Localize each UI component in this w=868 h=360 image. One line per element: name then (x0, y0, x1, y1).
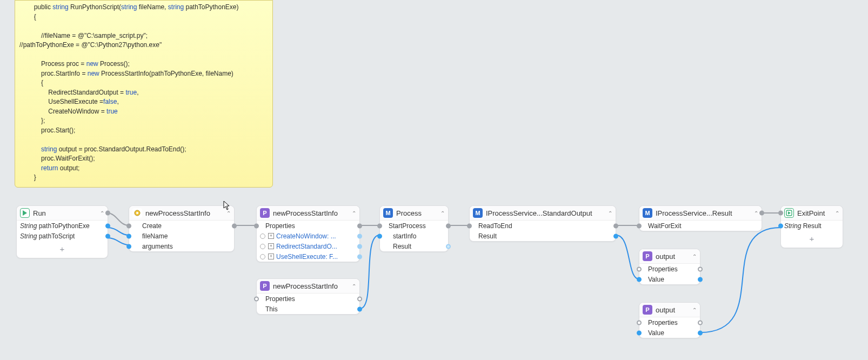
node-output-1[interactable]: P output ⌃ Properties Value (639, 249, 700, 285)
node-process[interactable]: M Process ⌃ StartProcess startInfo Resul… (379, 205, 449, 252)
port-control-in[interactable] (377, 223, 382, 228)
port-control-out[interactable] (446, 223, 451, 228)
chevron-up-icon[interactable]: ⌃ (692, 254, 697, 259)
port-data-out[interactable] (613, 234, 618, 238)
waitforexit-row[interactable]: WaitForExit (639, 221, 762, 231)
node-header[interactable]: P output ⌃ (639, 249, 700, 264)
port-control-in[interactable] (637, 320, 642, 325)
port-control-out[interactable] (759, 211, 764, 216)
properties-row[interactable]: Properties (639, 264, 700, 274)
node-iprocessservice-result[interactable]: M IProcessService...Result ⌃ WaitForExit (639, 205, 762, 231)
chevron-up-icon[interactable]: ⌃ (692, 307, 697, 313)
radio-icon (260, 254, 265, 259)
node-output-2[interactable]: P output ⌃ Properties Value (639, 302, 700, 338)
port-data-out[interactable] (105, 223, 110, 228)
chevron-up-icon[interactable]: ⌃ (226, 210, 231, 216)
node-header[interactable]: ExitPoint ⌃ (781, 206, 843, 221)
chevron-up-icon[interactable]: ⌃ (754, 210, 758, 216)
node-processstartinfo-properties[interactable]: P newProcessStartInfo ⌃ Properties + Cre… (256, 205, 360, 262)
node-iprocessservice-stdout[interactable]: M IProcessService...StandardOutput ⌃ Rea… (469, 205, 616, 242)
chevron-up-icon[interactable]: ⌃ (440, 210, 445, 216)
port-control-out[interactable] (613, 223, 618, 228)
node-header[interactable]: M IProcessService...StandardOutput ⌃ (470, 206, 616, 221)
node-header[interactable]: P output ⌃ (639, 303, 700, 317)
port-data-in[interactable] (637, 277, 642, 282)
chevron-up-icon[interactable]: ⌃ (608, 210, 612, 216)
node-exitpoint[interactable]: ExitPoint ⌃ String Result + (780, 205, 843, 248)
row-label: startInfo (393, 232, 445, 240)
port-control-in[interactable] (254, 296, 259, 301)
prop-useshellexecute[interactable]: + UseShellExecute: F... (257, 251, 359, 262)
port-data-in[interactable] (778, 223, 783, 228)
port-control-in[interactable] (778, 211, 783, 216)
node-title: ExitPoint (797, 209, 832, 217)
port-data-in[interactable] (637, 330, 642, 335)
expand-box-icon[interactable]: + (268, 243, 274, 249)
code-line: , (137, 89, 138, 96)
node-processstartinfo-this[interactable]: P newProcessStartInfo ⌃ Properties This (256, 278, 360, 315)
property-badge-icon: P (260, 281, 270, 291)
chevron-up-icon[interactable]: ⌃ (835, 210, 839, 216)
code-line: }; (19, 117, 45, 124)
startprocess-row[interactable]: StartProcess (380, 221, 448, 231)
filename-row[interactable]: fileName (129, 231, 234, 241)
port-control-out[interactable] (698, 266, 703, 271)
result-row[interactable]: Result (380, 241, 448, 251)
create-row[interactable]: Create (129, 221, 234, 231)
expand-box-icon[interactable]: + (268, 233, 274, 239)
arguments-row[interactable]: arguments (129, 241, 234, 251)
param-row[interactable]: String pathToScript (17, 231, 108, 241)
startinfo-row[interactable]: startInfo (380, 231, 448, 241)
node-header[interactable]: Run ⌃ (17, 206, 108, 221)
param-row[interactable]: String pathToPythonExe (17, 221, 108, 231)
prop-redirectstdout[interactable]: + RedirectStandardO... (257, 241, 359, 251)
properties-row[interactable]: Properties (639, 317, 700, 328)
port-data-out[interactable] (357, 244, 362, 249)
readtoend-row[interactable]: ReadToEnd (470, 221, 616, 231)
node-header[interactable]: M Process ⌃ (380, 206, 448, 221)
port-control-in[interactable] (254, 223, 259, 228)
port-data-out[interactable] (357, 306, 362, 311)
result-row[interactable]: String Result (781, 221, 843, 231)
node-header[interactable]: M IProcessService...Result ⌃ (639, 206, 762, 221)
add-param-button[interactable]: + (781, 231, 843, 248)
properties-row[interactable]: Properties (257, 221, 359, 231)
port-data-out[interactable] (698, 330, 703, 335)
expand-box-icon[interactable]: + (268, 254, 274, 259)
chevron-up-icon[interactable]: ⌃ (100, 210, 104, 216)
prop-createnowindow[interactable]: + CreateNoWindow: ... (257, 231, 359, 241)
this-row[interactable]: This (257, 304, 359, 314)
port-data-out[interactable] (357, 254, 362, 259)
port-control-out[interactable] (357, 223, 362, 228)
result-row[interactable]: Result (470, 231, 616, 241)
node-header[interactable]: P newProcessStartInfo ⌃ (257, 206, 359, 221)
port-control-out[interactable] (357, 296, 362, 301)
port-data-out[interactable] (105, 234, 110, 238)
chevron-up-icon[interactable]: ⌃ (352, 210, 356, 216)
chevron-up-icon[interactable]: ⌃ (352, 283, 356, 289)
node-header[interactable]: P newProcessStartInfo ⌃ (257, 279, 359, 294)
port-data-in[interactable] (126, 234, 131, 238)
port-control-in[interactable] (467, 223, 472, 228)
port-control-out[interactable] (698, 320, 703, 325)
node-processstartinfo-create[interactable]: newProcessStartInfo ⌃ Create fileName ar… (129, 205, 235, 252)
node-run[interactable]: Run ⌃ String pathToPythonExe String path… (16, 205, 108, 258)
port-control-in[interactable] (637, 266, 642, 271)
port-control-out[interactable] (105, 211, 110, 216)
properties-row[interactable]: Properties (257, 294, 359, 304)
code-line: ProcessStartInfo(pathToPythonExe, fileNa… (99, 70, 233, 77)
port-control-in[interactable] (637, 223, 642, 228)
port-control-in[interactable] (126, 223, 131, 228)
port-data-in[interactable] (126, 244, 131, 249)
port-data-out[interactable] (357, 234, 362, 238)
port-data-out[interactable] (446, 244, 451, 249)
row-label: CreateNoWindow: ... (276, 232, 356, 240)
add-param-button[interactable]: + (17, 241, 108, 258)
port-data-out[interactable] (698, 277, 703, 282)
run-icon (20, 208, 30, 218)
node-header[interactable]: newProcessStartInfo ⌃ (129, 206, 234, 221)
port-control-out[interactable] (232, 223, 237, 228)
value-row[interactable]: Value (639, 328, 700, 338)
value-row[interactable]: Value (639, 274, 700, 284)
port-data-in[interactable] (377, 234, 382, 238)
